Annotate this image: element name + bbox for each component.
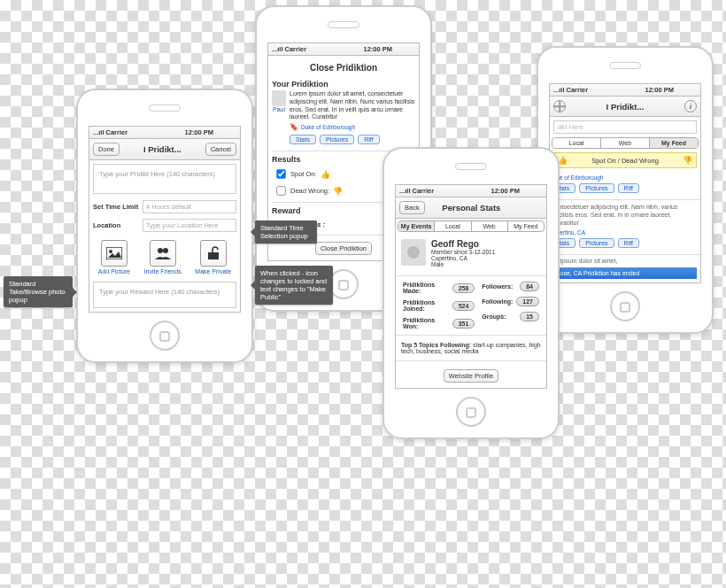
make-private-button[interactable]	[200, 240, 227, 267]
author-link[interactable]: Paul	[273, 106, 285, 112]
stat-label: Pridiktions Won:	[403, 317, 449, 329]
tab-riff[interactable]: Riff	[358, 135, 379, 144]
dead-wrong-label: Dead Wrong:	[290, 187, 329, 195]
stat-label: Pridiktions Joined:	[403, 299, 449, 312]
svg-point-2	[158, 248, 163, 253]
thumb-up-icon: 👍	[321, 170, 330, 179]
tag-link[interactable]: Duke of Edinborough	[301, 124, 355, 130]
make-private-label[interactable]: Make Private	[195, 268, 231, 275]
status-bar: ...ıll Carrier 12:00 PM	[268, 43, 419, 56]
vote-label: Spot On / Dead Wrong	[570, 157, 680, 165]
add-picture-button[interactable]	[101, 240, 127, 267]
signal-icon: ...ıll	[553, 86, 565, 94]
cancel-button[interactable]: Cancel	[205, 143, 236, 156]
annotation-lock: When clicked - icon changes to locked an…	[255, 266, 333, 305]
tag-link[interactable]: uke of Edinborough	[553, 174, 603, 181]
stat-label: Groups:	[482, 313, 506, 320]
signal-icon: ...ıll	[272, 45, 283, 53]
pridiktion-text: Lorem ipsum dolor sit amet, consectetuer…	[290, 90, 415, 121]
invite-friends-label[interactable]: Invite Friends	[144, 268, 182, 275]
tab-myevents[interactable]: My Events	[398, 221, 435, 231]
your-pridiktion-heading: Your Pridiktion	[272, 80, 415, 89]
done-button[interactable]: Done	[93, 143, 120, 156]
user-city: Cupertino, CA	[431, 255, 495, 261]
tab-local[interactable]: Local	[552, 138, 601, 148]
tab-riff-2[interactable]: Riff	[618, 238, 639, 248]
feed-item-text: consectetuer adipiscing elit. Nam nibh. …	[550, 203, 700, 227]
thumb-down-icon: 👍	[333, 187, 343, 196]
member-since: Member since 3-12-2011	[431, 249, 495, 255]
picture-icon	[106, 247, 122, 259]
author-avatar	[272, 90, 286, 106]
pridikt-textarea[interactable]: Type your Pridikt Here (140 characters)	[93, 164, 236, 194]
stat-value: 15	[520, 312, 539, 321]
phone-personal-stats: ...ıll Carrier 12:00 PM Back Personal St…	[382, 147, 560, 439]
close-pridiktion-button[interactable]: Close Pridiktion	[315, 242, 372, 255]
phone-compose: ...ıll Carrier 12:00 PM Done I Pridikt..…	[76, 89, 253, 363]
top5-label: Top 5 Topics Following:	[401, 342, 471, 348]
user-name: Geoff Rego	[431, 239, 495, 249]
tab-local[interactable]: Local	[435, 221, 471, 231]
carrier-label: Carrier	[413, 187, 435, 195]
status-bar: ...ıll Carrier 12:00 PM	[89, 127, 240, 139]
globe-icon[interactable]	[553, 100, 566, 112]
search-input[interactable]: dikt Here	[553, 120, 697, 134]
location-input[interactable]: Type your Location Here	[143, 219, 236, 232]
svg-point-3	[163, 248, 168, 253]
clock-label: 12:00 PM	[184, 128, 213, 136]
info-icon[interactable]: i	[684, 100, 697, 112]
stat-value: 524	[452, 301, 475, 311]
status-bar: ...ıll Carrier 12:00 PM	[396, 185, 546, 197]
add-picture-label[interactable]: Add Picture	[98, 268, 130, 275]
carrier-label: Carrier	[567, 86, 589, 94]
status-bar: ...ıll Carrier 12:00 PM	[550, 84, 700, 97]
user-avatar	[401, 239, 426, 266]
vote-bar[interactable]: 👍 Spot On / Dead Wrong 👍	[553, 152, 697, 168]
tab-myfeed[interactable]: My Feed	[508, 221, 544, 231]
tab-riff[interactable]: Riff	[618, 183, 639, 193]
tab-pictures[interactable]: Pictures	[579, 183, 614, 193]
annotation-time: Standard Time Selection popup	[255, 220, 317, 244]
screen-title: Personal Stats	[425, 203, 518, 213]
tag-icon: 🔖	[290, 123, 298, 131]
website-profile-button[interactable]: Website Profile	[444, 369, 498, 383]
spot-on-label: Spot On:	[290, 170, 317, 178]
time-limit-input[interactable]: 4 Hours default	[143, 200, 236, 213]
tab-stats[interactable]: Stats	[290, 135, 316, 144]
dead-wrong-check[interactable]	[276, 186, 285, 195]
signal-icon: ...ıll	[93, 128, 104, 136]
clock-label: 12:00 PM	[490, 187, 520, 195]
annotation-photo: Standard Take/Browse photo popup	[4, 276, 73, 307]
stat-label: Pridiktions Made:	[403, 282, 449, 294]
screen-title: Close Pridiktion	[268, 56, 419, 76]
signal-icon: ...ıll	[399, 187, 411, 195]
invite-friends-button[interactable]	[150, 240, 176, 267]
svg-point-1	[109, 250, 112, 253]
svg-rect-4	[208, 252, 219, 259]
stat-value: 258	[452, 283, 475, 293]
ended-banner[interactable]: Jose, CA Pridiktion has ended	[553, 267, 697, 279]
tab-web[interactable]: Web	[472, 221, 508, 231]
screen-title: I Pridikt...	[566, 102, 684, 112]
clock-label: 12:00 PM	[645, 86, 674, 94]
feed-tabs[interactable]: Local Web My Feed	[552, 137, 699, 149]
stat-label: Following:	[482, 298, 513, 305]
stats-tabs[interactable]: My Events Local Web My Feed	[398, 220, 544, 232]
feed-item-text-2: m ipsum dolor sit amet,	[550, 258, 700, 264]
carrier-label: Carrier	[285, 45, 307, 53]
back-button[interactable]: Back	[399, 201, 425, 214]
screen-title: I Pridikt...	[120, 144, 205, 154]
user-gender: Male	[431, 261, 495, 267]
tab-web[interactable]: Web	[601, 138, 650, 148]
tab-pictures[interactable]: Pictures	[320, 135, 354, 144]
reward-textarea[interactable]: Type your Reward Here (140 characters)	[93, 282, 236, 308]
spot-on-check[interactable]	[276, 169, 285, 178]
time-limit-label: Set Time Limit	[93, 203, 139, 211]
thumb-down-icon[interactable]: 👍	[683, 156, 692, 165]
unlock-icon	[207, 246, 220, 260]
friends-icon	[154, 247, 172, 259]
tab-myfeed[interactable]: My Feed	[650, 138, 698, 148]
tab-pictures-2[interactable]: Pictures	[579, 238, 614, 248]
stat-value: 127	[516, 297, 539, 306]
carrier-label: Carrier	[106, 128, 128, 136]
